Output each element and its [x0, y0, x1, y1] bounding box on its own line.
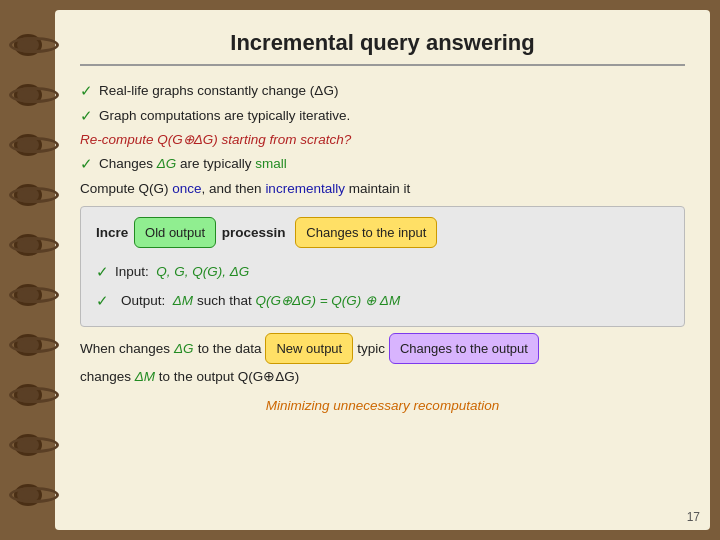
once-text: once: [172, 181, 201, 196]
line-4: Compute Q(G) once, and then incrementall…: [80, 178, 685, 200]
bullet-1-text: Real-life graphs constantly change (ΔG): [99, 80, 338, 102]
check-mark-input: ✓: [96, 261, 109, 284]
output-delta: ΔM: [173, 293, 193, 308]
spiral-hole-1: [14, 34, 42, 56]
slide-content: ✓ Real-life graphs constantly change (ΔG…: [80, 80, 685, 515]
changes-m-delta: ΔM: [135, 369, 155, 384]
check-mark-3: ✓: [80, 153, 93, 176]
spiral-hole-3: [14, 134, 42, 156]
when-changes-row: When changes ΔG to the data New output t…: [80, 333, 685, 364]
bullet-2: ✓ Graph computations are typically itera…: [80, 105, 685, 128]
new-output-bubble: New output: [265, 333, 353, 364]
incr-header-row: Incre Old output processin Changes to th…: [96, 217, 669, 253]
bullet-1: ✓ Real-life graphs constantly change (ΔG…: [80, 80, 685, 103]
old-output-bubble: Old output: [134, 217, 216, 248]
changes-m-line: changes ΔM to the output Q(G⊕ΔG): [80, 366, 685, 388]
input-label: Input: Q, G, Q(G), ΔG: [115, 261, 249, 283]
spiral-hole-10: [14, 484, 42, 506]
incr-box: Incre Old output processin Changes to th…: [80, 206, 685, 327]
page-number: 17: [687, 510, 700, 524]
spiral-binding: [0, 0, 55, 540]
minimizing-line: Minimizing unnecessary recomputation: [80, 395, 685, 417]
changes-input-bubble: Changes to the input: [295, 217, 437, 248]
output-item: ✓ Output: ΔM such that Q(G⊕ΔG) = Q(G) ⊕ …: [96, 290, 669, 313]
when-mid-text: to the data: [198, 338, 262, 360]
output-formula: Q(G⊕ΔG) = Q(G) ⊕ ΔM: [255, 293, 400, 308]
spiral-hole-9: [14, 434, 42, 456]
check-mark-output: ✓: [96, 290, 109, 313]
incrementally-text: incrementally: [265, 181, 345, 196]
incr-header-text: Incre: [96, 225, 128, 240]
input-item: ✓ Input: Q, G, Q(G), ΔG: [96, 261, 669, 284]
changes-output-bubble: Changes to the output: [389, 333, 539, 364]
input-vars: Q, G, Q(G), ΔG: [156, 264, 249, 279]
spiral-hole-7: [14, 334, 42, 356]
spiral-hole-5: [14, 234, 42, 256]
italic-line: Re-compute Q(G⊕ΔG) starting from scratch…: [80, 129, 685, 151]
when-delta: ΔG: [174, 338, 194, 360]
when-prefix-text: When changes: [80, 338, 170, 360]
slide-title: Incremental query answering: [80, 30, 685, 66]
incr-proc-text: processin: [222, 225, 286, 240]
bullet-3-text: Changes ΔG are typically small: [99, 153, 287, 175]
spiral-hole-8: [14, 384, 42, 406]
check-mark-1: ✓: [80, 80, 93, 103]
spiral-hole-6: [14, 284, 42, 306]
slide: Incremental query answering ✓ Real-life …: [55, 10, 710, 530]
bullet-2-text: Graph computations are typically iterati…: [99, 105, 350, 127]
spiral-hole-4: [14, 184, 42, 206]
bullet-3: ✓ Changes ΔG are typically small: [80, 153, 685, 176]
output-label: Output: ΔM such that Q(G⊕ΔG) = Q(G) ⊕ ΔM: [121, 290, 400, 312]
spiral-hole-2: [14, 84, 42, 106]
when-typic-text: typic: [357, 338, 385, 360]
small-text: small: [255, 156, 287, 171]
delta-g-1: ΔG: [157, 156, 177, 171]
check-mark-2: ✓: [80, 105, 93, 128]
